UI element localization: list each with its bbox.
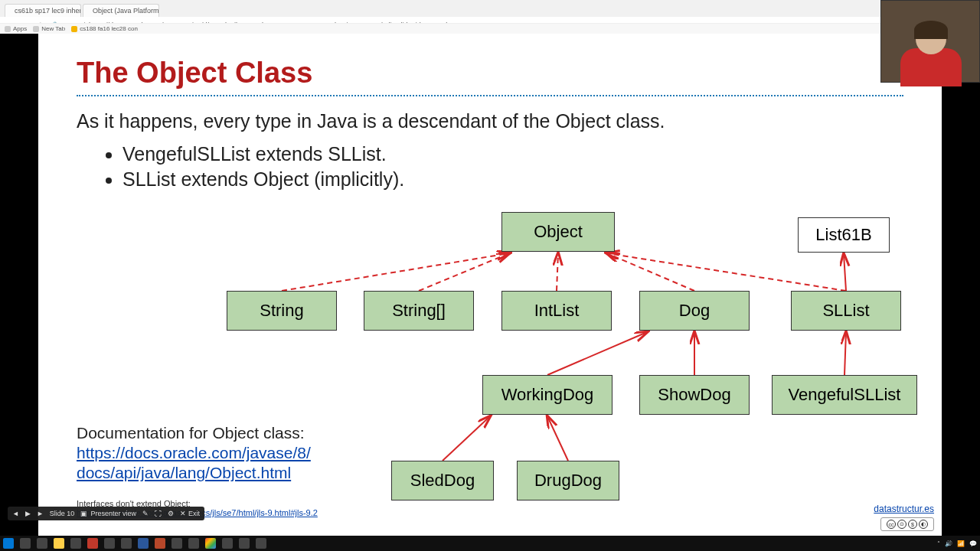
bullet-0: VengefulSLList extends SLList. [122, 143, 903, 165]
taskview-button[interactable] [37, 538, 47, 549]
explorer-icon[interactable] [54, 538, 64, 549]
class-node-drugdog: DrugDog [517, 461, 619, 500]
bookmark-apps[interactable]: Apps [5, 25, 27, 32]
notification-icon[interactable]: 💬 [969, 540, 977, 547]
settings-button[interactable]: ⚙ [168, 510, 174, 517]
bookmark-newtab[interactable]: New Tab [33, 25, 65, 32]
search-button[interactable] [20, 538, 31, 549]
cc-license-badge: cc⊙$◐ [880, 517, 934, 531]
apps-icon [5, 26, 11, 32]
tab-strip: cs61b sp17 lec9 inherit × Object (Java P… [0, 0, 980, 17]
next-slide-button[interactable]: ► [37, 510, 44, 517]
close-icon: ✕ [180, 510, 186, 517]
presenter-figure [897, 24, 965, 83]
system-tray[interactable]: ˄ 🔊 📶 💬 [937, 540, 977, 547]
slide-title: The Object Class [77, 57, 312, 90]
class-node-intlist: IntList [501, 291, 612, 331]
app-icon[interactable] [155, 538, 165, 549]
app-icon[interactable] [104, 538, 115, 549]
bullet-1: SLList extends Object (implicitly). [122, 168, 903, 191]
class-node-sleddog: SledDog [391, 461, 494, 500]
slide-indicator[interactable]: Slide 10 [50, 510, 75, 517]
bookmarks-bar: Apps New Tab cs188 fa16 lec28 con [0, 23, 980, 34]
class-node-workdog: WorkingDog [482, 375, 612, 415]
pointer-button[interactable]: ✎ [142, 510, 149, 517]
svg-line-4 [607, 253, 846, 291]
class-node-dog: Dog [639, 291, 750, 331]
app-icon[interactable] [121, 538, 132, 549]
play-button[interactable]: ▶ [25, 510, 31, 517]
app-icon[interactable] [188, 538, 199, 549]
bookmark-cs188[interactable]: cs188 fa16 lec28 con [71, 25, 138, 32]
app-icon[interactable] [256, 538, 266, 549]
svg-line-0 [282, 253, 509, 291]
svg-line-3 [607, 253, 694, 291]
class-node-string: String [227, 291, 337, 331]
app-icon[interactable] [138, 538, 149, 549]
app-icon[interactable] [70, 538, 81, 549]
svg-line-10 [844, 254, 846, 291]
page-icon [33, 26, 39, 32]
app-icon[interactable] [239, 538, 250, 549]
tray-chevron-icon[interactable]: ˄ [937, 540, 940, 547]
slide: The Object Class As it happens, every ty… [38, 34, 942, 536]
svg-line-1 [419, 253, 509, 291]
svg-line-9 [844, 332, 846, 375]
chrome-icon[interactable] [205, 538, 216, 549]
tray-icon[interactable]: 📶 [957, 540, 965, 547]
browser-tab-1[interactable]: Object (Java Platform S × [83, 4, 159, 17]
tray-icon[interactable]: 🔊 [945, 540, 952, 547]
exit-button[interactable]: ✕Exit [180, 510, 200, 517]
presentation-stage: The Object Class As it happens, every ty… [0, 34, 980, 536]
browser-tab-0[interactable]: cs61b sp17 lec9 inherit × [5, 4, 81, 17]
fullscreen-button[interactable]: ⛶ [155, 510, 162, 517]
class-node-vsllist: VengefulSLList [772, 375, 917, 415]
webcam-overlay [880, 0, 980, 83]
app-icon[interactable] [172, 538, 182, 549]
tab-label: cs61b sp17 lec9 inherit [15, 7, 81, 15]
title-underline [77, 95, 903, 96]
app-icon[interactable] [87, 538, 98, 549]
bullet-list: VengefulSLList extends SLList. SLList ex… [122, 143, 903, 191]
doc-link[interactable]: https://docs.oracle.com/javase/8/ docs/a… [77, 443, 311, 484]
class-node-list61b: List61B [798, 217, 890, 253]
svg-line-5 [547, 332, 647, 375]
class-node-stringarr: String[] [364, 291, 474, 331]
slide-body: As it happens, every type in Java is a d… [77, 110, 903, 194]
gear-icon: ⚙ [168, 510, 174, 517]
page-icon [71, 26, 77, 32]
svg-line-2 [557, 253, 558, 291]
class-node-object: Object [501, 212, 615, 252]
lead-text: As it happens, every type in Java is a d… [77, 110, 903, 132]
brand-link[interactable]: datastructur.es [874, 504, 934, 514]
presenter-icon: ▣ [80, 510, 88, 517]
windows-taskbar: ˄ 🔊 📶 💬 [0, 536, 980, 551]
svg-line-7 [443, 416, 490, 461]
class-node-showdog: ShowDog [639, 375, 750, 415]
svg-line-8 [547, 416, 568, 461]
presenter-view-button[interactable]: ▣Presenter view [80, 510, 136, 517]
prev-slide-button[interactable]: ◄ [12, 510, 19, 517]
start-button[interactable] [3, 538, 14, 549]
class-node-sllist: SLList [791, 291, 901, 331]
presenter-toolbar: ◄ ▶ ► Slide 10 ▣Presenter view ✎ ⛶ ⚙ ✕Ex… [8, 507, 204, 520]
doc-label: Documentation for Object class: [77, 424, 305, 442]
tab-label: Object (Java Platform S [93, 7, 159, 15]
app-icon[interactable] [222, 538, 233, 549]
